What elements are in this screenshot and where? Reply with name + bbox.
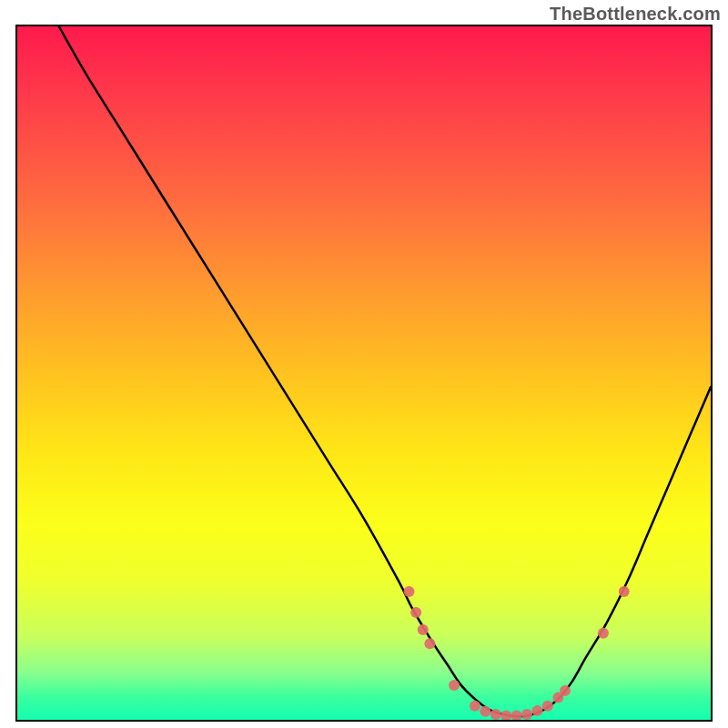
data-marker [490, 709, 501, 720]
data-marker [449, 680, 460, 691]
curve-layer [59, 26, 711, 716]
data-marker [521, 709, 532, 720]
chart-frame: TheBottleneck.com [0, 0, 728, 728]
data-marker [532, 705, 543, 716]
plot-svg [17, 26, 711, 720]
data-marker [418, 624, 429, 635]
data-marker [619, 586, 630, 597]
data-marker [404, 586, 415, 597]
bottleneck-curve [59, 26, 711, 716]
data-marker [560, 685, 571, 696]
marker-layer [404, 586, 630, 720]
watermark-label: TheBottleneck.com [550, 4, 721, 25]
data-marker [598, 628, 609, 639]
data-marker [410, 607, 421, 618]
data-marker [542, 701, 553, 712]
data-marker [480, 706, 490, 717]
data-marker [470, 701, 480, 712]
data-marker [511, 710, 522, 720]
plot-area [15, 25, 713, 722]
data-marker [424, 638, 435, 649]
data-marker [500, 710, 511, 720]
